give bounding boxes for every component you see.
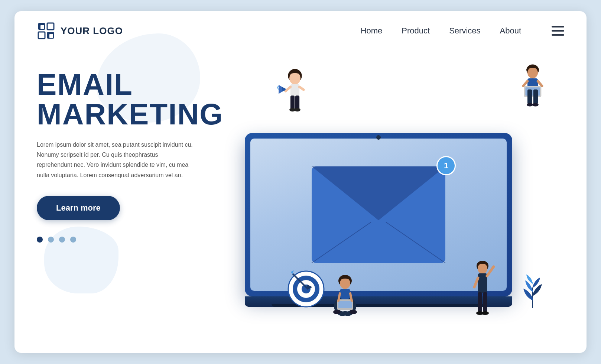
person-pointing (468, 259, 497, 319)
logo-area: YOUR LOGO (37, 22, 123, 40)
nav-product[interactable]: Product (402, 26, 430, 36)
svg-point-24 (527, 103, 533, 106)
svg-rect-5 (49, 34, 53, 38)
svg-line-45 (487, 267, 494, 276)
svg-line-18 (523, 81, 527, 86)
svg-point-16 (527, 67, 538, 78)
hero-title-line2: MARKETING (37, 98, 223, 131)
person-laptop-sitting (512, 62, 553, 114)
pagination-dots (37, 237, 222, 243)
svg-rect-11 (290, 95, 295, 109)
hamburger-line-2 (552, 30, 564, 32)
laptop-camera (376, 135, 381, 140)
svg-line-46 (474, 278, 478, 287)
notification-count: 1 (444, 161, 448, 170)
svg-rect-47 (478, 292, 482, 312)
svg-point-43 (478, 263, 487, 274)
dot-4[interactable] (70, 237, 76, 243)
svg-rect-44 (478, 273, 487, 293)
svg-line-41 (350, 293, 352, 301)
svg-point-7 (289, 72, 300, 85)
svg-rect-2 (47, 23, 54, 30)
nav-home[interactable]: Home (361, 26, 383, 36)
svg-line-9 (286, 87, 290, 91)
notification-badge: 1 (436, 156, 456, 175)
svg-rect-1 (40, 25, 44, 29)
svg-point-14 (294, 108, 300, 111)
svg-rect-48 (483, 292, 487, 312)
target-icon (286, 263, 327, 304)
dot-3[interactable] (59, 237, 65, 243)
svg-point-25 (532, 103, 539, 106)
envelope-svg (308, 163, 449, 267)
hamburger-line-1 (552, 26, 564, 27)
nav-services[interactable]: Services (449, 26, 480, 36)
decorative-plant-right (520, 274, 546, 309)
main-nav: Home Product Services About (361, 26, 564, 36)
svg-point-50 (481, 311, 489, 315)
person-megaphone (274, 66, 315, 118)
svg-rect-39 (338, 301, 352, 308)
dot-2[interactable] (48, 237, 54, 243)
svg-rect-3 (38, 32, 45, 39)
logo-text: YOUR LOGO (61, 25, 123, 37)
svg-rect-8 (290, 84, 299, 97)
envelope: 1 (308, 163, 449, 267)
learn-more-button[interactable]: Learn more (37, 196, 120, 220)
hamburger-menu[interactable] (552, 26, 564, 36)
svg-rect-12 (295, 95, 299, 109)
svg-rect-23 (533, 90, 538, 104)
dot-1[interactable] (37, 237, 43, 243)
nav-about[interactable]: About (500, 26, 522, 36)
svg-point-36 (333, 310, 341, 314)
svg-line-40 (338, 293, 340, 301)
hero-illustration: 1 (222, 55, 564, 341)
svg-line-10 (299, 87, 303, 90)
logo-icon (37, 22, 55, 40)
svg-point-37 (350, 310, 357, 314)
svg-rect-35 (340, 289, 350, 300)
hero-description: Lorem ipsum dolor sit amet, sea putant s… (37, 140, 193, 180)
hero-section: EMAIL MARKETING Lorem ipsum dolor sit am… (14, 40, 587, 341)
svg-rect-22 (527, 90, 532, 104)
page-container: YOUR LOGO Home Product Services About EM… (14, 11, 587, 353)
svg-line-19 (538, 81, 542, 86)
person-floor-laptop (327, 274, 364, 322)
svg-point-34 (340, 278, 350, 289)
header: YOUR LOGO Home Product Services About (14, 11, 587, 40)
hamburger-line-3 (552, 34, 564, 36)
hero-title-line1: EMAIL (37, 68, 133, 101)
hero-left: EMAIL MARKETING Lorem ipsum dolor sit am… (37, 55, 222, 243)
hero-title: EMAIL MARKETING (37, 70, 222, 129)
